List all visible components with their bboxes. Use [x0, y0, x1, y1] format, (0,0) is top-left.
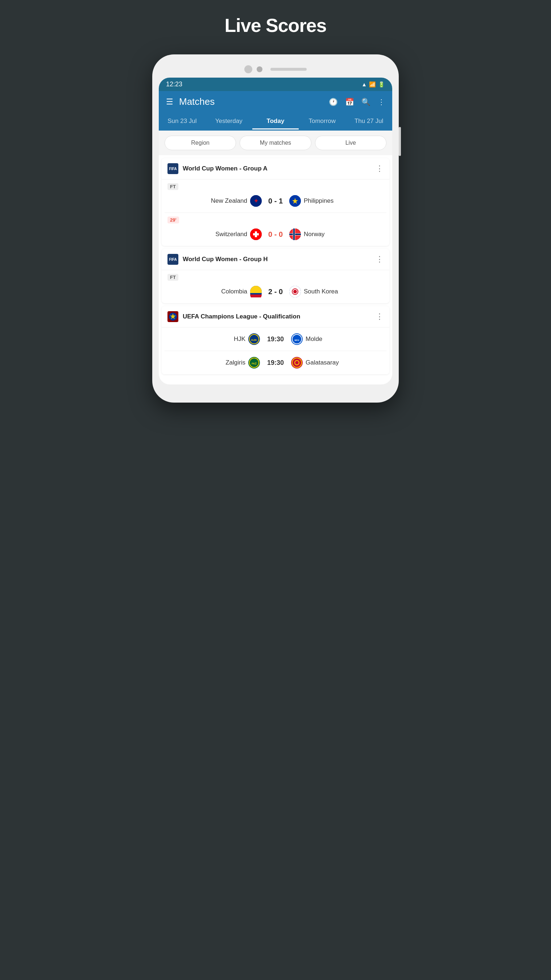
svg-text:MFK: MFK — [295, 339, 300, 341]
score-hjk-molde: 19:30 — [263, 336, 288, 343]
svg-text:✦: ✦ — [253, 197, 259, 205]
group-header-ucl: UEFA Champions League - Qualification ⋮ — [162, 306, 389, 328]
ph-flag — [289, 195, 301, 207]
match-line-zalgiris-gala: Zalgiris FKŽ 19:30 — [167, 355, 384, 371]
match-status-ch: 29' — [167, 216, 179, 223]
calendar-icon[interactable]: 📅 — [345, 97, 354, 106]
phone-shell: 12:23 ▲ 📶 🔋 ☰ Matches 🕐 📅 🔍 ⋮ Sun 23 Jul… — [152, 54, 399, 402]
no-flag — [289, 229, 301, 240]
zalgiris-badge: FKŽ — [248, 357, 260, 369]
away-team-kr: South Korea — [289, 286, 384, 298]
ch-flag-svg — [250, 229, 262, 240]
svg-point-26 — [295, 361, 299, 364]
ucl-badge — [168, 312, 177, 321]
group-name-ucl: UEFA Champions League - Qualification — [183, 313, 376, 320]
co-flag — [250, 286, 262, 298]
ph-flag-svg — [289, 195, 301, 207]
group-header-a: FIFA World Cup Women - Group A ⋮ — [162, 158, 389, 180]
match-zalgiris-gala: Zalgiris FKŽ 19:30 — [162, 351, 389, 374]
score-co-kr: 2 - 0 — [265, 288, 286, 296]
group-name-a: World Cup Women - Group A — [183, 165, 376, 172]
battery-icon: 🔋 — [378, 81, 385, 88]
app-title: Matches — [179, 96, 323, 107]
home-team-name-nz: New Zealand — [211, 197, 247, 205]
away-team-gala: Galatasaray — [291, 357, 384, 369]
phone-top-bar — [159, 65, 392, 73]
match-ch-no: 29' Switzerland 0 - 0 — [162, 213, 389, 246]
zalgiris-badge-svg: FKŽ — [249, 358, 259, 368]
co-flag-svg — [250, 286, 262, 298]
no-flag-svg — [289, 229, 301, 240]
gala-badge — [291, 357, 303, 369]
match-line-ch-no: Switzerland 0 - 0 — [167, 226, 384, 242]
group-more-icon-a[interactable]: ⋮ — [376, 164, 384, 173]
home-team-ch: Switzerland — [167, 229, 262, 240]
search-icon[interactable]: 🔍 — [361, 97, 370, 106]
filter-my-matches[interactable]: My matches — [240, 136, 311, 150]
tab-today[interactable]: Today — [252, 113, 299, 129]
bottom-spacer — [159, 377, 392, 385]
match-group-ucl: UEFA Champions League - Qualification ⋮ … — [162, 306, 389, 374]
home-team-nz: New Zealand ✦ — [167, 195, 262, 207]
match-hjk-molde: HJK HJK 19:30 MFK — [162, 328, 389, 351]
ch-flag — [250, 229, 262, 240]
tab-tomorrow[interactable]: Tomorrow — [299, 113, 345, 129]
group-header-h: FIFA World Cup Women - Group H ⋮ — [162, 249, 389, 270]
tab-sun23jul[interactable]: Sun 23 Jul — [159, 113, 206, 129]
home-team-co: Colombia — [167, 286, 262, 298]
group-more-icon-ucl[interactable]: ⋮ — [376, 312, 384, 321]
away-team-name-ph: Philippines — [304, 197, 333, 205]
speaker-bar — [270, 68, 306, 71]
uefa-logo — [167, 311, 178, 322]
match-line-nz-ph: New Zealand ✦ 0 - 1 — [167, 193, 384, 209]
menu-icon[interactable]: ☰ — [166, 97, 173, 107]
away-team-no: Norway — [289, 229, 384, 240]
tab-thu27jul[interactable]: Thu 27 Jul — [345, 113, 392, 129]
hjk-badge-svg: HJK — [249, 334, 259, 344]
filter-live[interactable]: Live — [315, 136, 386, 150]
signal-icon: 📶 — [369, 81, 376, 88]
home-team-name-hjk: HJK — [234, 336, 245, 343]
status-icons: ▲ 📶 🔋 — [361, 81, 385, 88]
camera-icon — [245, 65, 252, 73]
home-team-hjk: HJK HJK — [167, 333, 260, 345]
nz-flag-svg: ✦ — [250, 195, 262, 207]
page-title: Live Scores — [225, 14, 327, 36]
score-ch-no: 0 - 0 — [265, 230, 286, 239]
side-button — [399, 127, 401, 156]
more-icon[interactable]: ⋮ — [378, 97, 385, 106]
svg-rect-6 — [253, 233, 259, 235]
home-team-zalgiris: Zalgiris FKŽ — [167, 357, 260, 369]
match-status-co: FT — [167, 274, 178, 281]
nz-flag: ✦ — [250, 195, 262, 207]
status-bar: 12:23 ▲ 📶 🔋 — [159, 78, 392, 91]
away-team-ph: Philippines — [289, 195, 384, 207]
match-line-hjk-molde: HJK HJK 19:30 MFK — [167, 331, 384, 347]
group-more-icon-h[interactable]: ⋮ — [376, 255, 384, 264]
tab-yesterday[interactable]: Yesterday — [206, 113, 252, 129]
phone-screen: 12:23 ▲ 📶 🔋 ☰ Matches 🕐 📅 🔍 ⋮ Sun 23 Jul… — [159, 78, 392, 385]
svg-point-15 — [293, 290, 297, 293]
match-line-co-kr: Colombia 2 - 0 — [167, 284, 384, 299]
svg-text:FKŽ: FKŽ — [252, 362, 257, 365]
score-nz-ph: 0 - 1 — [265, 197, 286, 205]
home-team-name-zalgiris: Zalgiris — [225, 359, 245, 366]
score-zalgiris-gala: 19:30 — [263, 359, 288, 367]
match-nz-ph: FT New Zealand ✦ 0 - 1 — [162, 180, 389, 213]
filter-region[interactable]: Region — [165, 136, 236, 150]
kr-flag-svg — [289, 286, 301, 298]
away-team-name-gala: Galatasaray — [306, 359, 339, 366]
filter-row: Region My matches Live — [159, 130, 392, 155]
clock-icon[interactable]: 🕐 — [329, 97, 338, 106]
app-header: ☰ Matches 🕐 📅 🔍 ⋮ — [159, 91, 392, 113]
status-time: 12:23 — [166, 81, 183, 88]
svg-text:HJK: HJK — [251, 338, 257, 342]
gala-badge-svg — [292, 358, 302, 368]
match-group-h: FIFA World Cup Women - Group H ⋮ FT Colo… — [162, 249, 389, 303]
away-team-molde: MFK Molde — [291, 333, 384, 345]
away-team-name-molde: Molde — [306, 336, 322, 343]
camera-dot — [257, 66, 262, 72]
fifa-logo: FIFA — [167, 163, 178, 174]
home-team-name-co: Colombia — [221, 288, 247, 295]
match-co-kr: FT Colombia 2 - 0 — [162, 270, 389, 303]
